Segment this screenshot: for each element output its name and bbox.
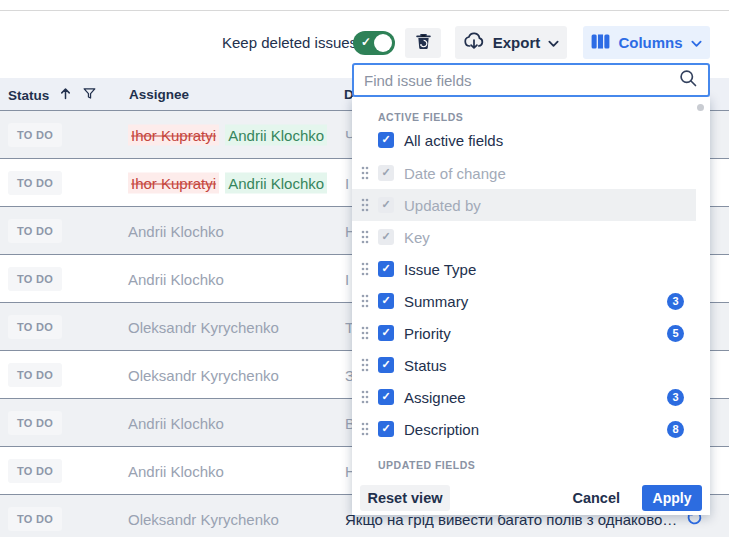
assignee-cell: Oleksandr Kyrychenko xyxy=(128,511,279,528)
assignee-cell: Oleksandr Kyrychenko xyxy=(128,318,279,335)
assignee-column-header[interactable]: Assignee xyxy=(129,87,189,102)
assignee-new-value: Andrii Klochko xyxy=(225,124,327,145)
toggle-check-icon: ✓ xyxy=(361,35,371,49)
field-label: Key xyxy=(404,229,430,246)
export-label: Export xyxy=(493,34,541,51)
assignee-new-value: Andrii Klochko xyxy=(225,172,327,193)
checkbox-disabled-icon xyxy=(378,197,394,213)
drag-handle-icon[interactable] xyxy=(361,326,369,344)
checkbox-checked-icon[interactable] xyxy=(378,389,394,405)
drag-handle-icon[interactable] xyxy=(361,166,369,184)
truncated-cell-text: І xyxy=(345,270,349,287)
status-badge: TO DO xyxy=(8,219,62,243)
trash-icon xyxy=(414,32,433,54)
assignee-old-value: Ihor Kupratyi xyxy=(128,124,219,145)
assignee-cell: Andrii Klochko xyxy=(128,462,224,479)
apply-button[interactable]: Apply xyxy=(642,485,702,511)
field-label: Summary xyxy=(404,293,468,310)
columns-button[interactable]: Columns xyxy=(583,26,710,59)
drag-handle-icon[interactable] xyxy=(361,422,369,440)
columns-label: Columns xyxy=(618,34,682,51)
field-label: Assignee xyxy=(404,389,466,406)
status-badge: TO DO xyxy=(8,507,62,531)
keep-deleted-label: Keep deleted issues xyxy=(222,34,357,51)
checkbox-checked-icon[interactable] xyxy=(378,325,394,341)
field-count-badge: 3 xyxy=(667,293,684,310)
field-row-assignee[interactable]: Assignee 3 xyxy=(352,381,710,413)
status-badge: TO DO xyxy=(8,315,62,339)
assignee-cell: Andrii Klochko xyxy=(128,414,224,431)
status-badge: TO DO xyxy=(8,459,62,483)
columns-dropdown-panel: ACTIVE FIELDS All active fields Date of … xyxy=(352,97,710,515)
export-button[interactable]: Export xyxy=(455,26,567,59)
active-fields-section-label: ACTIVE FIELDS xyxy=(378,111,710,123)
updated-fields-section-label: UPDATED FIELDS xyxy=(378,459,710,471)
status-badge: TO DO xyxy=(8,411,62,435)
field-search-box xyxy=(352,63,710,97)
restore-trash-button[interactable] xyxy=(405,28,441,58)
issue-grid-screen: Keep deleted issues ✓ Export xyxy=(0,0,729,537)
drag-handle-icon[interactable] xyxy=(361,262,369,280)
checkbox-checked-icon[interactable] xyxy=(378,132,394,148)
field-label: Priority xyxy=(404,325,451,342)
field-count-badge: 8 xyxy=(667,421,684,438)
field-row-status[interactable]: Status xyxy=(352,349,710,381)
field-label: Date of change xyxy=(404,165,506,182)
reset-view-button[interactable]: Reset view xyxy=(360,485,450,511)
field-row-issue-type[interactable]: Issue Type xyxy=(352,253,710,285)
assignee-cell: Oleksandr Kyrychenko xyxy=(128,366,279,383)
status-badge: TO DO xyxy=(8,363,62,387)
truncated-cell-text: І xyxy=(345,174,349,191)
checkbox-checked-icon[interactable] xyxy=(378,261,394,277)
status-badge: TO DO xyxy=(8,123,62,147)
chevron-down-icon xyxy=(691,34,702,51)
assignee-change-cell: Ihor Kupratyi Andrii Klochko xyxy=(128,126,327,143)
field-row-date-of-change[interactable]: Date of change xyxy=(352,157,710,189)
status-column-header[interactable]: Status xyxy=(8,88,49,103)
scrollbar-thumb[interactable] xyxy=(697,104,704,111)
field-search-input[interactable] xyxy=(364,72,678,89)
chevron-down-icon xyxy=(548,34,559,51)
field-row-priority[interactable]: Priority 5 xyxy=(352,317,710,349)
columns-icon xyxy=(591,34,610,52)
drag-handle-icon[interactable] xyxy=(361,198,369,216)
checkbox-checked-icon[interactable] xyxy=(378,293,394,309)
assignee-cell: Andrii Klochko xyxy=(128,222,224,239)
field-count-badge: 3 xyxy=(667,389,684,406)
checkbox-disabled-icon xyxy=(378,229,394,245)
filter-funnel-icon[interactable] xyxy=(82,86,97,105)
status-badge: TO DO xyxy=(8,267,62,291)
drag-handle-icon[interactable] xyxy=(361,230,369,248)
field-label: Description xyxy=(404,421,479,438)
field-label: Issue Type xyxy=(404,261,476,278)
checkbox-checked-icon[interactable] xyxy=(378,421,394,437)
cloud-download-icon xyxy=(463,31,485,54)
field-row-summary[interactable]: Summary 3 xyxy=(352,285,710,317)
dropdown-footer: Reset view Cancel Apply xyxy=(352,485,710,511)
keep-deleted-toggle[interactable]: ✓ xyxy=(353,31,395,55)
field-count-badge: 5 xyxy=(667,325,684,342)
drag-handle-icon[interactable] xyxy=(361,390,369,408)
checkbox-checked-icon[interactable] xyxy=(378,357,394,373)
assignee-old-value: Ihor Kupratyi xyxy=(128,172,219,193)
search-icon xyxy=(678,68,698,92)
assignee-change-cell: Ihor Kupratyi Andrii Klochko xyxy=(128,174,327,191)
checkbox-disabled-icon xyxy=(378,165,394,181)
field-row-updated-by[interactable]: Updated by xyxy=(352,189,710,221)
toggle-knob xyxy=(374,34,392,52)
field-row-description[interactable]: Description 8 xyxy=(352,413,710,445)
cancel-button[interactable]: Cancel xyxy=(572,490,620,506)
status-badge: TO DO xyxy=(8,171,62,195)
top-divider xyxy=(0,10,729,11)
field-label: Updated by xyxy=(404,197,481,214)
all-active-fields-row[interactable]: All active fields xyxy=(352,123,710,157)
all-active-fields-label: All active fields xyxy=(404,132,503,149)
drag-handle-icon[interactable] xyxy=(361,358,369,376)
assignee-cell: Andrii Klochko xyxy=(128,270,224,287)
sort-ascending-icon[interactable] xyxy=(58,86,73,105)
drag-handle-icon[interactable] xyxy=(361,294,369,312)
field-label: Status xyxy=(404,357,447,374)
field-row-key[interactable]: Key xyxy=(352,221,710,253)
